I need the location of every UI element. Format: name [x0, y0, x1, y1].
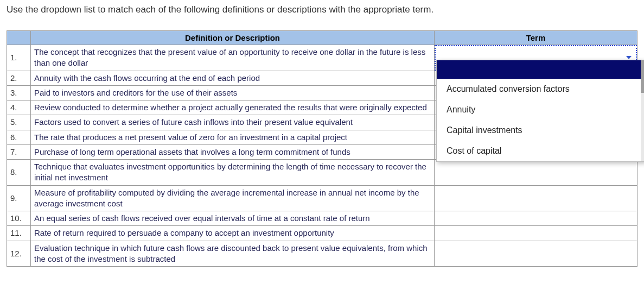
dropdown-option[interactable]: Capital investments: [437, 120, 644, 141]
row-number: 3.: [7, 85, 31, 100]
dropdown-option-blank[interactable]: [437, 60, 644, 79]
row-definition: Paid to investors and creditors for the …: [31, 85, 435, 100]
table-row: 11. Rate of return required to persuade …: [7, 226, 637, 241]
dropdown-option[interactable]: Accumulated conversion factors: [437, 79, 644, 99]
row-definition: Review conducted to determine whether a …: [31, 100, 435, 115]
table-row: 12. Evaluation technique in which future…: [7, 241, 637, 267]
instruction-text: Use the dropdown list to match each of t…: [7, 4, 637, 15]
dropdown-scrollbar[interactable]: [641, 60, 644, 161]
term-dropdown-cell-8[interactable]: [435, 160, 637, 186]
term-dropdown-panel[interactable]: Accumulated conversion factors Annuity C…: [436, 60, 644, 162]
table-header-row: Definition or Description Term: [7, 31, 637, 45]
chevron-down-icon: [626, 56, 632, 59]
term-dropdown-cell-10[interactable]: [435, 211, 637, 226]
row-number: 7.: [7, 144, 31, 159]
row-definition: Measure of profitability computed by div…: [31, 185, 435, 211]
row-number: 8.: [7, 160, 31, 186]
row-definition: Rate of return required to persuade a co…: [31, 226, 435, 241]
row-number: 4.: [7, 100, 31, 115]
row-number: 12.: [7, 241, 31, 267]
row-definition: Technique that evaluates investment oppo…: [31, 160, 435, 186]
table-row: 8. Technique that evaluates investment o…: [7, 160, 637, 186]
header-definition: Definition or Description: [31, 31, 435, 45]
term-dropdown-cell-12[interactable]: [435, 241, 637, 267]
header-blank: [7, 31, 31, 45]
row-definition: Evaluation technique in which future cas…: [31, 241, 435, 267]
row-definition: The concept that recognizes that the pre…: [31, 45, 435, 71]
row-definition: The rate that produces a net present val…: [31, 130, 435, 144]
dropdown-option[interactable]: Annuity: [437, 99, 644, 120]
matching-table-wrap: Definition or Description Term 1. The co…: [7, 30, 637, 267]
header-term: Term: [435, 31, 637, 45]
row-number: 9.: [7, 185, 31, 211]
row-number: 11.: [7, 226, 31, 241]
table-row: 9. Measure of profitability computed by …: [7, 185, 637, 211]
term-dropdown-cell-11[interactable]: [435, 226, 637, 241]
row-definition: Purchase of long term operational assets…: [31, 144, 435, 159]
row-number: 2.: [7, 71, 31, 85]
row-number: 6.: [7, 130, 31, 144]
row-definition: Factors used to convert a series of futu…: [31, 115, 435, 130]
row-number: 1.: [7, 45, 31, 71]
dropdown-option[interactable]: Cost of capital: [437, 141, 644, 161]
table-row: 10. An equal series of cash flows receiv…: [7, 211, 637, 226]
row-number: 5.: [7, 115, 31, 130]
row-definition: Annuity with the cash flows occurring at…: [31, 71, 435, 85]
dropdown-scroll-thumb[interactable]: [641, 60, 644, 93]
row-number: 10.: [7, 211, 31, 226]
row-definition: An equal series of cash flows received o…: [31, 211, 435, 226]
term-dropdown-cell-9[interactable]: [435, 185, 637, 211]
